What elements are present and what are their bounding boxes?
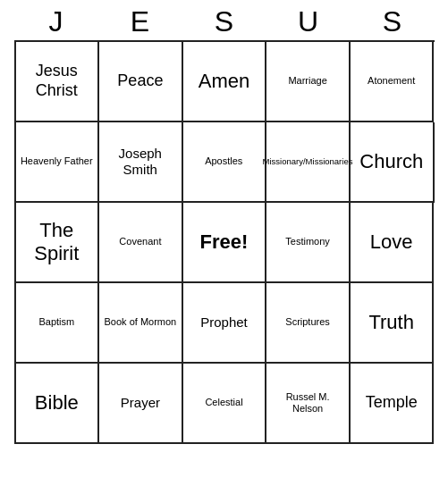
bingo-cell: The Spirit xyxy=(16,203,100,283)
cell-text: Testimony xyxy=(285,236,330,247)
bingo-cell: Joseph Smith xyxy=(99,122,183,203)
bingo-cell: Baptism xyxy=(16,283,100,364)
bingo-cell: Love xyxy=(351,203,435,283)
bingo-cell: Prayer xyxy=(99,364,183,444)
bingo-cell: Apostles xyxy=(183,122,267,203)
bingo-cell: Marriage xyxy=(266,42,351,122)
bingo-cell: Celestial xyxy=(183,364,267,444)
header-letter: S xyxy=(185,5,264,38)
bingo-cell: Jesus Christ xyxy=(16,42,100,122)
bingo-cell: Scriptures xyxy=(266,283,351,364)
cell-text: Joseph Smith xyxy=(103,146,178,178)
bingo-cell: Bible xyxy=(16,364,100,444)
cell-text: Covenant xyxy=(119,236,161,247)
bingo-grid: Jesus ChristPeaceAmenMarriageAtonementHe… xyxy=(14,40,435,444)
bingo-cell: Heavenly Father xyxy=(16,122,100,203)
bingo-cell: Russel M. Nelson xyxy=(266,364,351,444)
cell-text: Peace xyxy=(117,71,163,91)
cell-text: Prophet xyxy=(200,314,248,331)
header-letter: U xyxy=(269,5,348,38)
bingo-cell: Church xyxy=(351,122,435,203)
cell-text: Truth xyxy=(368,311,414,334)
header-letter: E xyxy=(101,5,180,38)
cell-text: Apostles xyxy=(205,155,242,167)
cell-text: The Spirit xyxy=(20,219,95,266)
bingo-cell: Atonement xyxy=(351,42,435,122)
cell-text: Temple xyxy=(366,393,418,413)
bingo-cell: Testimony xyxy=(266,203,351,283)
bingo-cell: Temple xyxy=(351,364,435,444)
cell-text: Heavenly Father xyxy=(21,155,93,167)
cell-text: Church xyxy=(359,150,423,173)
header-letter: J xyxy=(17,5,96,38)
bingo-row: The SpiritCovenantFree!TestimonyLove xyxy=(16,203,435,283)
bingo-cell: Book of Mormon xyxy=(99,283,183,364)
bingo-cell: Amen xyxy=(183,42,267,122)
cell-text: Missionary/Missionaries xyxy=(263,156,353,166)
cell-text: Atonement xyxy=(368,75,415,87)
cell-text: Love xyxy=(370,230,413,254)
bingo-row: Jesus ChristPeaceAmenMarriageAtonement xyxy=(16,42,435,122)
cell-text: Book of Mormon xyxy=(105,316,177,328)
bingo-cell: Peace xyxy=(99,42,183,122)
bingo-cell: Covenant xyxy=(99,203,183,283)
cell-text: Amen xyxy=(199,70,249,93)
bingo-cell: Prophet xyxy=(183,283,267,364)
bingo-row: BaptismBook of MormonProphetScripturesTr… xyxy=(16,283,435,364)
bingo-row: Heavenly FatherJoseph SmithApostlesMissi… xyxy=(16,122,435,203)
bingo-cell: Missionary/Missionaries xyxy=(266,122,351,203)
bingo-row: BiblePrayerCelestialRussel M. NelsonTemp… xyxy=(16,364,435,444)
cell-text: Baptism xyxy=(38,316,74,328)
header-row: JESUS xyxy=(14,0,435,40)
bingo-cell: Truth xyxy=(351,283,435,364)
cell-text: Celestial xyxy=(205,397,242,408)
cell-text: Free! xyxy=(200,230,249,254)
cell-text: Bible xyxy=(35,391,79,415)
header-letter: S xyxy=(353,5,432,38)
cell-text: Scriptures xyxy=(285,316,330,328)
bingo-cell: Free! xyxy=(183,203,267,283)
cell-text: Russel M. Nelson xyxy=(270,391,345,415)
cell-text: Marriage xyxy=(288,75,326,87)
cell-text: Jesus Christ xyxy=(20,62,95,100)
cell-text: Prayer xyxy=(121,395,160,411)
